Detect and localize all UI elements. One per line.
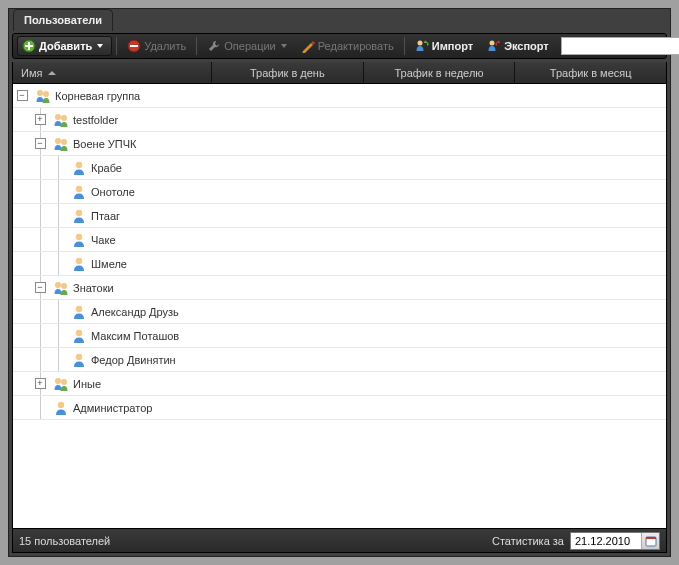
export-label: Экспорт [504, 40, 549, 52]
pencil-icon [301, 39, 315, 53]
tree-node-user[interactable]: Федор Двинятин [13, 348, 666, 372]
edit-button[interactable]: Редактировать [295, 37, 400, 55]
group-icon [35, 88, 51, 104]
group-icon [53, 136, 69, 152]
node-label: Крабе [91, 162, 122, 174]
expand-toggle[interactable]: + [35, 114, 46, 125]
import-label: Импорт [432, 40, 473, 52]
status-bar: 15 пользователей Статистика за [12, 529, 667, 553]
delete-label: Удалить [144, 40, 186, 52]
collapse-toggle[interactable]: − [35, 138, 46, 149]
node-label: Александр Друзь [91, 306, 179, 318]
edit-label: Редактировать [318, 40, 394, 52]
user-icon [71, 232, 87, 248]
tree-node-user[interactable]: Крабе [13, 156, 666, 180]
operations-label: Операции [224, 40, 275, 52]
user-icon [71, 184, 87, 200]
node-label: Иные [73, 378, 101, 390]
col-traffic-day[interactable]: Трафик в день [212, 62, 364, 83]
node-label: Знатоки [73, 282, 114, 294]
collapse-toggle[interactable]: − [17, 90, 28, 101]
user-count: 15 пользователей [19, 535, 110, 547]
date-input[interactable] [571, 533, 641, 549]
plus-icon [22, 39, 36, 53]
user-icon [71, 352, 87, 368]
sort-asc-icon [48, 71, 56, 75]
user-icon [71, 160, 87, 176]
node-label: Администратор [73, 402, 152, 414]
node-label: Чаке [91, 234, 116, 246]
collapse-toggle[interactable]: − [35, 282, 46, 293]
minus-icon [127, 39, 141, 53]
tree-node-upchk[interactable]: − Воене УПЧК [13, 132, 666, 156]
date-picker-button[interactable] [641, 533, 659, 549]
tree-node-inye[interactable]: + Иные [13, 372, 666, 396]
tab-bar: Пользователи [9, 8, 670, 30]
node-label: Птааг [91, 210, 120, 222]
stats-label: Статистика за [492, 535, 564, 547]
col-name[interactable]: Имя [13, 62, 212, 83]
date-field [570, 532, 660, 550]
import-icon [415, 39, 429, 53]
col-traffic-week[interactable]: Трафик в неделю [364, 62, 516, 83]
import-button[interactable]: Импорт [409, 37, 479, 55]
user-icon [71, 208, 87, 224]
export-icon [487, 39, 501, 53]
group-icon [53, 376, 69, 392]
chevron-down-icon [281, 44, 287, 48]
user-icon [71, 304, 87, 320]
tree-node-root[interactable]: − Корневая группа [13, 84, 666, 108]
user-icon [71, 256, 87, 272]
toolbar: Добавить Удалить Операции Редактировать … [12, 33, 667, 59]
export-button[interactable]: Экспорт [481, 37, 555, 55]
user-icon [71, 328, 87, 344]
node-label: Онотоле [91, 186, 135, 198]
tree-node-user[interactable]: Александр Друзь [13, 300, 666, 324]
node-label: Шмеле [91, 258, 127, 270]
group-icon [53, 112, 69, 128]
col-traffic-month[interactable]: Трафик в месяц [515, 62, 666, 83]
add-label: Добавить [39, 40, 92, 52]
tree-node-admin[interactable]: Администратор [13, 396, 666, 420]
tree-node-user[interactable]: Онотоле [13, 180, 666, 204]
wrench-icon [207, 39, 221, 53]
tab-users[interactable]: Пользователи [13, 9, 113, 31]
node-label: Федор Двинятин [91, 354, 176, 366]
calendar-icon [645, 535, 657, 547]
tree-node-znatoki[interactable]: − Знатоки [13, 276, 666, 300]
operations-button[interactable]: Операции [201, 37, 292, 55]
user-icon [53, 400, 69, 416]
column-headers: Имя Трафик в день Трафик в неделю Трафик… [12, 62, 667, 84]
delete-button[interactable]: Удалить [121, 37, 192, 55]
expand-toggle[interactable]: + [35, 378, 46, 389]
user-tree-grid[interactable]: − Корневая группа + testfolder − Воене У… [12, 84, 667, 529]
users-window: Пользователи Добавить Удалить Операции Р… [8, 8, 671, 557]
node-label: Максим Поташов [91, 330, 179, 342]
tree-node-testfolder[interactable]: + testfolder [13, 108, 666, 132]
node-label: Воене УПЧК [73, 138, 136, 150]
search-input[interactable] [561, 37, 679, 55]
tree-node-user[interactable]: Чаке [13, 228, 666, 252]
node-label: Корневая группа [55, 90, 140, 102]
tree-node-user[interactable]: Птааг [13, 204, 666, 228]
add-button[interactable]: Добавить [17, 36, 112, 56]
chevron-down-icon [97, 44, 103, 48]
group-icon [53, 280, 69, 296]
tree-node-user[interactable]: Максим Поташов [13, 324, 666, 348]
node-label: testfolder [73, 114, 118, 126]
tree-node-user[interactable]: Шмеле [13, 252, 666, 276]
